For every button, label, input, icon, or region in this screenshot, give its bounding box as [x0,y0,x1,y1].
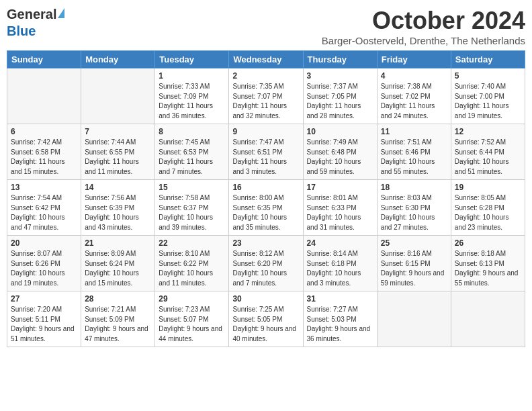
calendar-cell: 24Sunrise: 8:14 AM Sunset: 6:18 PM Dayli… [303,236,377,291]
day-number: 11 [381,127,447,136]
day-info: Sunrise: 8:00 AM Sunset: 6:35 PM Dayligh… [232,193,299,232]
calendar-cell [7,68,81,124]
calendar-table: SundayMondayTuesdayWednesdayThursdayFrid… [7,50,525,347]
day-info: Sunrise: 7:52 AM Sunset: 6:44 PM Dayligh… [455,138,521,177]
day-number: 25 [381,238,447,248]
calendar-cell: 29Sunrise: 7:23 AM Sunset: 5:07 PM Dayli… [155,291,229,347]
month-title: October 2024 [322,7,525,35]
day-info: Sunrise: 8:10 AM Sunset: 6:22 PM Dayligh… [159,249,225,288]
day-info: Sunrise: 8:16 AM Sunset: 6:15 PM Dayligh… [381,249,447,288]
calendar-week-row: 13Sunrise: 7:54 AM Sunset: 6:42 PM Dayli… [7,180,525,236]
calendar-week-row: 1Sunrise: 7:33 AM Sunset: 7:09 PM Daylig… [7,68,525,124]
day-number: 14 [85,183,151,192]
day-info: Sunrise: 7:33 AM Sunset: 7:09 PM Dayligh… [159,82,225,121]
calendar-cell: 8Sunrise: 7:45 AM Sunset: 6:53 PM Daylig… [155,124,229,180]
day-header-monday: Monday [81,51,155,68]
calendar-cell: 10Sunrise: 7:49 AM Sunset: 6:48 PM Dayli… [303,124,377,180]
day-number: 4 [381,71,447,81]
calendar-cell: 14Sunrise: 7:56 AM Sunset: 6:39 PM Dayli… [81,180,155,236]
day-info: Sunrise: 7:49 AM Sunset: 6:48 PM Dayligh… [307,138,373,177]
day-info: Sunrise: 8:14 AM Sunset: 6:18 PM Dayligh… [307,249,373,288]
day-header-tuesday: Tuesday [155,51,229,68]
day-info: Sunrise: 7:40 AM Sunset: 7:00 PM Dayligh… [455,82,521,121]
logo-general-text: General [7,7,56,21]
day-info: Sunrise: 7:23 AM Sunset: 5:07 PM Dayligh… [159,305,225,344]
day-number: 7 [85,127,151,136]
calendar-cell: 25Sunrise: 8:16 AM Sunset: 6:15 PM Dayli… [377,236,451,291]
day-info: Sunrise: 7:47 AM Sunset: 6:51 PM Dayligh… [232,138,299,177]
day-number: 24 [307,238,373,248]
day-info: Sunrise: 8:12 AM Sunset: 6:20 PM Dayligh… [232,249,299,288]
calendar-cell: 6Sunrise: 7:42 AM Sunset: 6:58 PM Daylig… [7,124,81,180]
day-number: 18 [381,183,447,192]
day-info: Sunrise: 7:25 AM Sunset: 5:05 PM Dayligh… [232,305,299,344]
day-number: 9 [232,127,299,136]
day-header-saturday: Saturday [451,51,525,68]
calendar-cell: 23Sunrise: 8:12 AM Sunset: 6:20 PM Dayli… [229,236,303,291]
day-number: 1 [159,71,225,81]
calendar-cell: 9Sunrise: 7:47 AM Sunset: 6:51 PM Daylig… [229,124,303,180]
title-area: October 2024 Barger-Oosterveld, Drenthe,… [322,7,525,46]
day-info: Sunrise: 7:58 AM Sunset: 6:37 PM Dayligh… [159,193,225,232]
day-info: Sunrise: 7:56 AM Sunset: 6:39 PM Dayligh… [85,193,151,232]
calendar-cell [81,68,155,124]
calendar-cell: 2Sunrise: 7:35 AM Sunset: 7:07 PM Daylig… [229,68,303,124]
day-number: 22 [159,238,225,248]
day-number: 20 [11,238,77,248]
day-number: 19 [455,183,521,192]
calendar-header-row: SundayMondayTuesdayWednesdayThursdayFrid… [7,51,525,68]
day-number: 23 [232,238,299,248]
calendar-cell: 31Sunrise: 7:27 AM Sunset: 5:03 PM Dayli… [303,291,377,347]
calendar-cell: 17Sunrise: 8:01 AM Sunset: 6:33 PM Dayli… [303,180,377,236]
day-number: 5 [455,71,521,81]
calendar-cell: 27Sunrise: 7:20 AM Sunset: 5:11 PM Dayli… [7,291,81,347]
day-info: Sunrise: 8:18 AM Sunset: 6:13 PM Dayligh… [455,249,521,288]
day-info: Sunrise: 7:42 AM Sunset: 6:58 PM Dayligh… [11,138,77,177]
day-info: Sunrise: 7:38 AM Sunset: 7:02 PM Dayligh… [381,82,447,121]
day-header-friday: Friday [377,51,451,68]
day-number: 29 [159,294,225,304]
calendar-cell: 5Sunrise: 7:40 AM Sunset: 7:00 PM Daylig… [451,68,525,124]
day-number: 17 [307,183,373,192]
day-info: Sunrise: 7:20 AM Sunset: 5:11 PM Dayligh… [11,305,77,344]
calendar-cell: 26Sunrise: 8:18 AM Sunset: 6:13 PM Dayli… [451,236,525,291]
page-header: General Blue October 2024 Barger-Oosterv… [7,7,525,46]
day-header-sunday: Sunday [7,51,81,68]
day-number: 30 [232,294,299,304]
calendar-cell: 20Sunrise: 8:07 AM Sunset: 6:26 PM Dayli… [7,236,81,291]
calendar-week-row: 6Sunrise: 7:42 AM Sunset: 6:58 PM Daylig… [7,124,525,180]
calendar-cell: 12Sunrise: 7:52 AM Sunset: 6:44 PM Dayli… [451,124,525,180]
logo: General Blue [7,7,64,39]
calendar-cell [377,291,451,347]
calendar-cell: 1Sunrise: 7:33 AM Sunset: 7:09 PM Daylig… [155,68,229,124]
logo-triangle-icon [58,8,64,18]
day-info: Sunrise: 7:45 AM Sunset: 6:53 PM Dayligh… [159,138,225,177]
calendar-cell: 19Sunrise: 8:05 AM Sunset: 6:28 PM Dayli… [451,180,525,236]
day-number: 21 [85,238,151,248]
calendar-cell: 16Sunrise: 8:00 AM Sunset: 6:35 PM Dayli… [229,180,303,236]
day-number: 16 [232,183,299,192]
day-info: Sunrise: 7:54 AM Sunset: 6:42 PM Dayligh… [11,193,77,232]
calendar-cell: 3Sunrise: 7:37 AM Sunset: 7:05 PM Daylig… [303,68,377,124]
day-info: Sunrise: 7:44 AM Sunset: 6:55 PM Dayligh… [85,138,151,177]
calendar-cell: 7Sunrise: 7:44 AM Sunset: 6:55 PM Daylig… [81,124,155,180]
day-info: Sunrise: 8:09 AM Sunset: 6:24 PM Dayligh… [85,249,151,288]
day-info: Sunrise: 8:03 AM Sunset: 6:30 PM Dayligh… [381,193,447,232]
day-info: Sunrise: 8:01 AM Sunset: 6:33 PM Dayligh… [307,193,373,232]
calendar-cell: 13Sunrise: 7:54 AM Sunset: 6:42 PM Dayli… [7,180,81,236]
day-number: 6 [11,127,77,136]
day-header-wednesday: Wednesday [229,51,303,68]
day-info: Sunrise: 7:21 AM Sunset: 5:09 PM Dayligh… [85,305,151,344]
day-number: 10 [307,127,373,136]
calendar-cell [451,291,525,347]
calendar-cell: 18Sunrise: 8:03 AM Sunset: 6:30 PM Dayli… [377,180,451,236]
location-title: Barger-Oosterveld, Drenthe, The Netherla… [322,35,525,46]
day-number: 2 [232,71,299,81]
calendar-cell: 22Sunrise: 8:10 AM Sunset: 6:22 PM Dayli… [155,236,229,291]
day-info: Sunrise: 7:51 AM Sunset: 6:46 PM Dayligh… [381,138,447,177]
calendar-cell: 30Sunrise: 7:25 AM Sunset: 5:05 PM Dayli… [229,291,303,347]
day-info: Sunrise: 7:27 AM Sunset: 5:03 PM Dayligh… [307,305,373,344]
day-number: 3 [307,71,373,81]
day-number: 27 [11,294,77,304]
logo-blue-text: Blue [7,24,36,38]
